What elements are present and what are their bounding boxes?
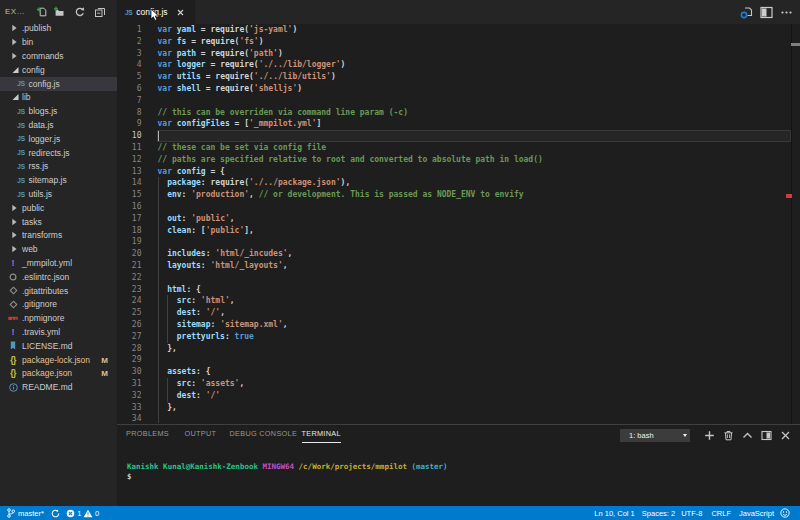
tree-file-utils-js[interactable]: JSutils.js (0, 187, 117, 201)
tab-close-icon[interactable] (177, 9, 184, 16)
tree-file-package-lock-json[interactable]: {}package-lock.jsonM (0, 353, 117, 367)
code-token: var (158, 60, 177, 69)
tree-file--eslintrc-json[interactable]: .eslintrc.json (0, 270, 117, 284)
warning-count-item[interactable]: 0 (83, 509, 100, 518)
kill-terminal-icon[interactable] (723, 430, 734, 441)
code-token: assets (167, 367, 196, 376)
code-token: }, (158, 403, 177, 412)
line-number: 13 (117, 166, 142, 178)
tree-file--npmignore[interactable]: .npmignore (0, 311, 117, 325)
git-branch-item[interactable]: master* (7, 508, 44, 518)
line-number: 28 (117, 343, 142, 355)
tree-file--travis-yml[interactable]: !.travis.yml (0, 325, 117, 339)
code-line-29: 29 (117, 354, 800, 366)
branch-name: master* (18, 509, 44, 518)
tree-folder--publish[interactable]: .publish (0, 22, 117, 36)
panel-controls: 1: bash (620, 428, 791, 444)
sync-item[interactable] (51, 509, 60, 518)
line-number: 29 (117, 354, 142, 366)
tree-folder-tasks[interactable]: tasks (0, 215, 117, 229)
terminal-token: /c/Work/projects/mmpilot (299, 462, 407, 471)
tree-file--gitattributes[interactable]: .gitattributes (0, 284, 117, 298)
panel-tab-output[interactable]: OUTPUT (185, 425, 217, 443)
file-label: logger.js (29, 134, 61, 144)
tree-file-readme-md[interactable]: README.md (0, 380, 117, 394)
move-panel-icon[interactable] (761, 430, 772, 441)
status-eol[interactable]: CRLF (711, 509, 731, 518)
status-language[interactable]: JavaScript (739, 509, 774, 518)
code-token: ) (331, 72, 336, 81)
js-file-icon: JS (16, 120, 26, 130)
tree-file-logger-js[interactable]: JSlogger.js (0, 132, 117, 146)
tree-file-sitemap-js[interactable]: JSsitemap.js (0, 173, 117, 187)
terminal[interactable]: Kanishk Kunal@Kanishk-Zenbook MINGW64 /c… (127, 462, 448, 484)
more-actions-icon[interactable] (780, 6, 793, 19)
tree-file-rss-js[interactable]: JSrss.js (0, 160, 117, 174)
tree-folder-public[interactable]: public (0, 201, 117, 215)
code-token: var (158, 84, 177, 93)
file-label: transforms (22, 230, 62, 240)
maximize-panel-icon[interactable] (742, 430, 753, 441)
code-token: = (196, 49, 210, 58)
line-number: 14 (117, 177, 142, 189)
tree-folder-config[interactable]: config (0, 63, 117, 77)
terminal-select[interactable]: 1: bash (620, 429, 690, 442)
feedback-smiley-icon[interactable] (780, 508, 790, 518)
new-file-icon[interactable] (36, 6, 48, 18)
collapse-all-icon[interactable] (94, 6, 106, 18)
new-terminal-icon[interactable] (704, 430, 715, 441)
tree-folder-lib[interactable]: lib (0, 91, 117, 105)
panel-tab-debug-console[interactable]: DEBUG CONSOLE (230, 425, 298, 443)
status-cursor-position[interactable]: Ln 10, Col 1 (594, 509, 634, 518)
code-token: true (235, 332, 254, 341)
status-encoding[interactable]: UTF-8 (681, 509, 702, 518)
tree-file-redirects-js[interactable]: JSredirects.js (0, 146, 117, 160)
code-token: : { (196, 367, 210, 376)
tab-bar: JS config.js (117, 0, 800, 24)
vscode-window: EXPLORER .publishbincommandsconfigJSconf… (0, 0, 800, 520)
close-panel-icon[interactable] (780, 430, 791, 441)
code-line-16: 16 (117, 201, 800, 213)
tree-folder-bin[interactable]: bin (0, 35, 117, 49)
git-modified-badge: M (101, 355, 108, 364)
split-editor-icon[interactable] (760, 6, 773, 19)
open-changes-icon[interactable] (740, 6, 753, 19)
code-token: : (201, 178, 211, 187)
explorer-sidebar: EXPLORER .publishbincommandsconfigJSconf… (0, 0, 117, 506)
js-file-icon: JS (16, 161, 26, 171)
js-file-icon: JS (16, 189, 26, 199)
tree-file-data-js[interactable]: JSdata.js (0, 118, 117, 132)
tree-file-blogs-js[interactable]: JSblogs.js (0, 104, 117, 118)
refresh-icon[interactable] (74, 6, 86, 18)
tree-file--gitignore[interactable]: .gitignore (0, 298, 117, 312)
file-label: blogs.js (29, 106, 58, 116)
error-count-item[interactable]: 1 (66, 509, 82, 518)
js-file-icon: JS (16, 106, 26, 116)
js-file-icon: JS (16, 175, 26, 185)
code-token: // paths are specified relative to root … (158, 155, 543, 164)
code-token: src (177, 296, 191, 305)
code-token: 'html/_incudes' (215, 249, 287, 258)
code-token: '_mmpilot.yml' (249, 119, 316, 128)
tree-folder-commands[interactable]: commands (0, 49, 117, 63)
panel-tab-problems[interactable]: PROBLEMS (126, 425, 169, 443)
chevron-expanded-icon (12, 94, 19, 101)
code-token: ) (341, 60, 346, 69)
line-number: 34 (117, 413, 142, 423)
code-token: ), (341, 178, 351, 187)
code-token: // or development. This is passed as NOD… (259, 190, 524, 199)
code-editor[interactable]: 1var yaml = require('js-yaml')2var fs = … (117, 24, 800, 424)
code-token: var (158, 37, 177, 46)
status-indentation[interactable]: Spaces: 2 (642, 509, 675, 518)
js-file-icon: JS (16, 134, 26, 144)
tree-file-package-json[interactable]: {}package.jsonM (0, 367, 117, 381)
panel-tab-terminal[interactable]: TERMINAL (302, 425, 341, 443)
tree-file-config-js[interactable]: JSconfig.js (0, 77, 117, 91)
tree-file--mmpilot-yml[interactable]: !_mmpilot.yml (0, 256, 117, 270)
code-token: prettyurls (177, 332, 225, 341)
code-token: dest (177, 391, 196, 400)
tree-file-license-md[interactable]: LICENSE.md (0, 339, 117, 353)
tree-folder-web[interactable]: web (0, 242, 117, 256)
tree-folder-transforms[interactable]: transforms (0, 229, 117, 243)
new-folder-icon[interactable] (53, 6, 65, 18)
